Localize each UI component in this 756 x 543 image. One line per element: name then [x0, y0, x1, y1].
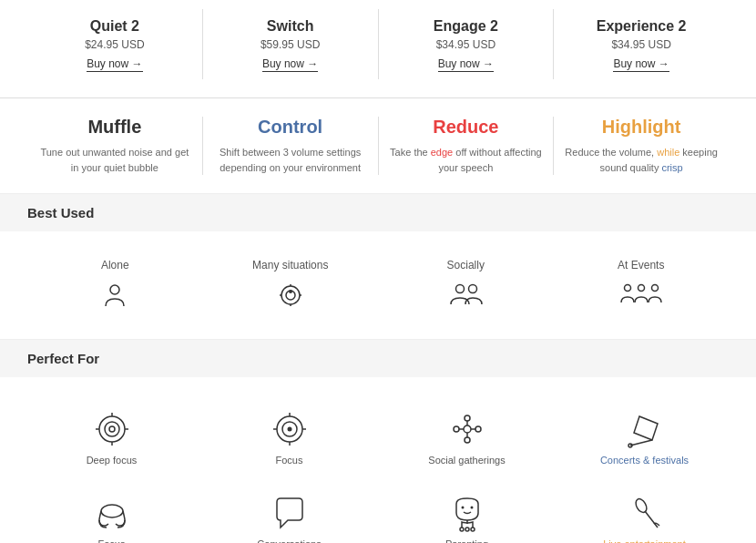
pf-label: Deep focus: [36, 455, 187, 466]
buy-now-engage2[interactable]: Buy now →: [438, 57, 494, 72]
best-used-label: Alone: [36, 259, 194, 272]
svg-point-46: [633, 497, 649, 515]
best-used-many: Many situations: [203, 250, 379, 321]
svg-point-29: [465, 437, 470, 443]
pf-concerts: Concerts & festivals: [560, 400, 729, 475]
live-entertainment-icon: [569, 493, 720, 533]
pf-focus: Focus: [205, 400, 373, 475]
at-events-icon: [563, 279, 720, 312]
svg-point-28: [465, 415, 470, 421]
feature-title: Control: [212, 117, 369, 138]
svg-point-30: [454, 426, 459, 432]
pf-conversations: Conversations: [205, 484, 373, 543]
product-quiet2: Quiet 2 $24.95 USD Buy now →: [27, 9, 203, 79]
best-used-alone: Alone: [27, 250, 203, 321]
pf-deep-focus: Deep focus: [27, 400, 196, 475]
pf-social-gatherings: Social gatherings: [383, 400, 551, 475]
best-used-header: Best Used: [0, 194, 756, 231]
pf-label: Concerts & festivals: [569, 455, 720, 466]
pf-label: Focus: [214, 455, 364, 466]
pf-label: Parenting: [392, 538, 542, 543]
product-price: $34.95 USD: [563, 38, 720, 51]
svg-point-43: [471, 528, 475, 531]
svg-point-8: [456, 285, 465, 293]
buy-now-experience2[interactable]: Buy now →: [613, 57, 669, 72]
buy-now-quiet2[interactable]: Buy now →: [87, 57, 142, 72]
feature-control: Control Shift between 3 volume settings …: [203, 117, 379, 175]
best-used-events: At Events: [554, 250, 730, 321]
concerts-icon: [569, 409, 720, 449]
many-situations-icon: [212, 279, 370, 312]
feature-muffle: Muffle Tune out unwanted noise and get i…: [27, 117, 203, 175]
perfect-for-grid: Deep focus Focus: [0, 386, 756, 543]
svg-point-39: [101, 505, 123, 517]
perfect-for-header: Perfect For: [0, 340, 756, 377]
svg-point-13: [99, 416, 125, 442]
feature-desc: Tune out unwanted noise and get in your …: [36, 145, 193, 175]
svg-point-1: [281, 286, 300, 304]
product-switch: Switch $59.95 USD Buy now →: [203, 9, 379, 79]
svg-point-9: [469, 285, 477, 293]
product-name: Engage 2: [388, 18, 545, 35]
pf-parenting: Parenting: [383, 484, 551, 543]
product-engage2: Engage 2 $34.95 USD Buy now →: [379, 9, 555, 79]
product-price: $59.95 USD: [212, 38, 369, 51]
focus-icon: [214, 409, 364, 449]
focus2-icon: [36, 493, 187, 533]
svg-marker-36: [634, 416, 658, 440]
feature-title: Highlight: [563, 117, 720, 138]
feature-desc: Take the edge off without affecting your…: [388, 145, 545, 175]
product-experience2: Experience 2 $34.95 USD Buy now →: [554, 9, 729, 79]
svg-point-10: [624, 285, 630, 292]
svg-point-42: [460, 528, 464, 531]
product-name: Switch: [212, 18, 369, 35]
feature-desc: Shift between 3 volume settings dependin…: [212, 145, 369, 175]
alone-icon: [36, 279, 194, 312]
socially-icon: [387, 279, 545, 312]
parenting-icon: [392, 493, 542, 533]
feature-highlight: Highlight Reduce the volume, while keepi…: [554, 117, 729, 175]
svg-point-26: [287, 427, 291, 432]
product-name: Quiet 2: [36, 18, 193, 35]
svg-point-11: [638, 285, 644, 292]
feature-title: Reduce: [388, 117, 545, 138]
pf-label: Focus: [36, 538, 187, 543]
best-used-label: At Events: [563, 259, 720, 272]
svg-point-27: [464, 425, 471, 433]
svg-point-14: [105, 422, 119, 436]
best-used-socially: Socially: [378, 250, 554, 321]
buy-now-switch[interactable]: Buy now →: [262, 57, 318, 72]
svg-point-41: [465, 528, 469, 531]
pf-label: Live entertainment: [569, 538, 720, 543]
social-gatherings-icon: [392, 409, 542, 449]
svg-point-15: [109, 426, 115, 432]
features-row: Muffle Tune out unwanted noise and get i…: [0, 98, 756, 194]
svg-point-7: [289, 290, 292, 293]
best-used-label: Socially: [387, 259, 545, 272]
svg-point-45: [470, 507, 473, 509]
svg-line-37: [630, 440, 652, 446]
svg-point-31: [475, 426, 481, 432]
pf-label: Conversations: [214, 538, 364, 543]
pf-label: Social gatherings: [392, 455, 542, 466]
product-price: $34.95 USD: [388, 38, 545, 51]
feature-title: Muffle: [36, 117, 193, 138]
pf-focus2: Focus: [27, 484, 196, 543]
pf-live-entertainment: Live entertainment: [560, 484, 729, 543]
svg-point-0: [110, 285, 119, 294]
best-used-row: Alone Many situations Socially: [0, 241, 756, 340]
feature-reduce: Reduce Take the edge off without affecti…: [379, 117, 555, 175]
svg-point-12: [651, 285, 658, 292]
product-name: Experience 2: [563, 18, 720, 35]
product-price: $24.95 USD: [36, 38, 193, 51]
best-used-label: Many situations: [212, 259, 370, 272]
products-row: Quiet 2 $24.95 USD Buy now → Switch $59.…: [0, 0, 756, 98]
feature-desc: Reduce the volume, while keeping sound q…: [563, 145, 720, 175]
svg-line-47: [645, 511, 658, 528]
conversations-icon: [214, 493, 364, 533]
svg-point-44: [461, 507, 464, 509]
deep-focus-icon: [36, 409, 187, 449]
